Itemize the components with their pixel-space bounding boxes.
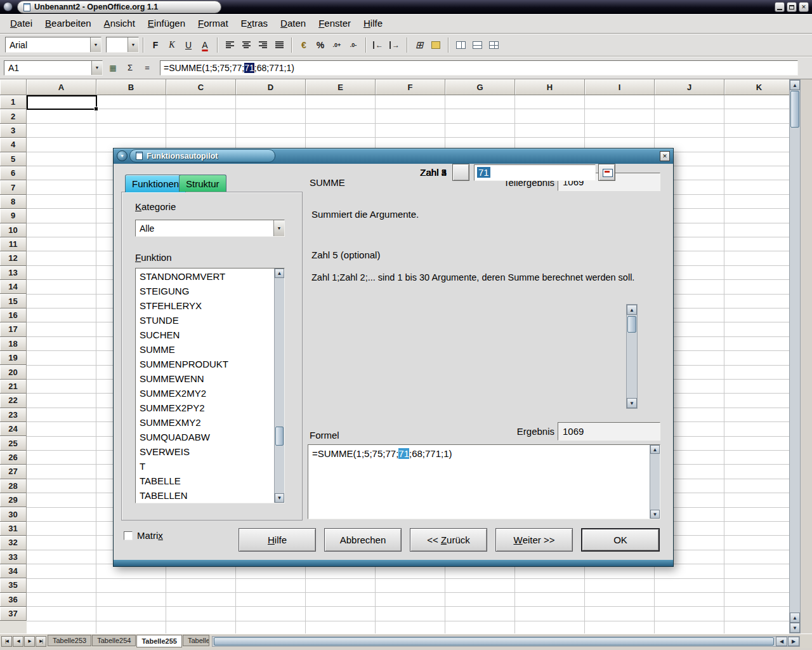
column-header[interactable]: I (585, 79, 655, 95)
row-header[interactable]: 19 (0, 351, 27, 365)
menu-bearbeiten[interactable]: Bearbeiten (39, 14, 98, 33)
row-header[interactable]: 30 (0, 507, 27, 521)
row-header[interactable]: 23 (0, 408, 27, 422)
row-header[interactable]: 33 (0, 550, 27, 564)
row-header[interactable]: 15 (0, 294, 27, 308)
menu-daten[interactable]: Daten (274, 14, 312, 33)
scroll-up-icon[interactable] (275, 269, 284, 278)
chevron-down-icon[interactable] (128, 37, 138, 52)
row-header[interactable]: 16 (0, 308, 27, 322)
row-header[interactable]: 32 (0, 536, 27, 550)
column-header[interactable]: J (655, 79, 724, 95)
chevron-down-icon[interactable] (90, 37, 101, 52)
list-scrollbar-thumb[interactable] (275, 427, 284, 446)
align-left-button[interactable] (222, 37, 237, 53)
function-list-item[interactable]: TABELLE (136, 474, 273, 488)
formel-scrollbar[interactable] (650, 445, 660, 519)
scroll-up-icon[interactable] (650, 445, 660, 454)
bold-button[interactable]: F (148, 37, 163, 53)
row-header[interactable]: 2 (0, 109, 27, 123)
tab-funktionen[interactable]: Funktionen (125, 175, 186, 192)
row-header[interactable]: 37 (0, 607, 27, 621)
row-header[interactable]: 14 (0, 280, 27, 294)
system-menu-icon[interactable] (3, 2, 13, 11)
funktion-listbox[interactable]: STANDNORMVERTSTEIGUNGSTFEHLERYXSTUNDESUC… (135, 268, 285, 503)
function-list-item[interactable]: SUCHEN (136, 328, 273, 342)
currency-button[interactable]: € (296, 37, 311, 53)
chevron-down-icon[interactable] (273, 220, 284, 236)
row-header[interactable]: 7 (0, 180, 27, 194)
next-sheet-button[interactable] (24, 636, 35, 647)
scroll-down-icon[interactable] (650, 510, 660, 519)
menu-ansicht[interactable]: Ansicht (98, 14, 141, 33)
first-sheet-button[interactable] (1, 636, 12, 647)
cell-name-box[interactable]: A1 (4, 60, 103, 76)
kategorie-combo[interactable]: Alle (135, 220, 285, 237)
align-right-button[interactable] (255, 37, 270, 53)
row-header[interactable]: 29 (0, 493, 27, 507)
italic-button[interactable]: K (164, 37, 180, 53)
equals-button[interactable]: = (140, 61, 154, 75)
scroll-down-icon[interactable] (275, 493, 284, 503)
row-header[interactable]: 28 (0, 479, 27, 493)
vertical-scrollbar[interactable] (789, 79, 801, 633)
borders-button[interactable] (412, 37, 427, 53)
function-list-item[interactable]: STFEHLERYX (136, 298, 273, 313)
grid-button[interactable] (486, 37, 501, 53)
column-header[interactable]: D (236, 79, 306, 95)
abbrechen-button[interactable]: Abbrechen (324, 528, 402, 552)
increase-indent-button[interactable] (387, 37, 402, 53)
minimize-button[interactable] (775, 2, 785, 12)
scroll-right-icon[interactable] (788, 637, 799, 646)
row-header[interactable]: 22 (0, 394, 27, 408)
formula-input[interactable]: =SUMME(1;5;75;77;71;68;771;1) (160, 60, 798, 76)
split-vertical-button[interactable] (453, 37, 468, 53)
row-header[interactable]: 36 (0, 593, 27, 607)
function-autopilot-button[interactable] (106, 61, 120, 75)
row-header[interactable]: 9 (0, 209, 27, 223)
horizontal-scrollbar-thumb[interactable] (214, 637, 774, 646)
row-header[interactable]: 4 (0, 138, 27, 152)
sheet-tab-tabelle256[interactable]: Tabelle (183, 635, 209, 646)
function-list-item[interactable]: SVERWEIS (136, 444, 273, 459)
sheet-tab-tabelle255[interactable]: Tabelle255 (136, 635, 181, 647)
function-list-item[interactable]: SUMMEX2MY2 (136, 386, 273, 401)
sheet-tab-tabelle253[interactable]: Tabelle253 (48, 635, 91, 646)
menu-format[interactable]: Format (192, 14, 235, 33)
dialog-menu-icon[interactable] (117, 150, 128, 161)
row-header[interactable]: 34 (0, 564, 27, 578)
zurueck-button[interactable]: << Zurück (410, 528, 487, 552)
tab-struktur[interactable]: Struktur (179, 175, 226, 192)
scroll-left-icon[interactable] (776, 637, 787, 646)
row-header[interactable]: 12 (0, 251, 27, 265)
maximize-button[interactable] (787, 2, 797, 12)
ok-button[interactable]: OK (581, 528, 660, 552)
chevron-down-icon[interactable] (91, 61, 102, 75)
function-list-item[interactable]: T (136, 459, 273, 474)
scroll-up-icon[interactable] (790, 80, 800, 90)
function-list-item[interactable]: STANDNORMVERT (136, 269, 273, 284)
arguments-scrollbar-thumb[interactable] (627, 316, 636, 333)
scroll-down-icon[interactable] (627, 398, 637, 408)
column-header[interactable]: A (27, 79, 96, 95)
scroll-down-icon[interactable] (790, 623, 800, 633)
column-header[interactable]: K (724, 79, 789, 95)
function-list-item[interactable]: SUMMEWENN (136, 371, 273, 386)
function-list-item[interactable]: STEIGUNG (136, 284, 273, 298)
horizontal-scrollbar[interactable] (212, 636, 800, 647)
previous-sheet-button[interactable] (13, 636, 23, 647)
function-list-item[interactable]: SUMQUADABW (136, 430, 273, 444)
row-header[interactable]: 24 (0, 422, 27, 436)
row-header[interactable]: 18 (0, 337, 27, 351)
delete-decimal-button[interactable]: .0- (346, 37, 361, 53)
column-header[interactable]: H (515, 79, 585, 95)
dialog-title-tab[interactable]: Funktionsautopilot (129, 149, 275, 162)
vertical-scrollbar-thumb[interactable] (790, 91, 799, 128)
function-list-item[interactable]: SUMMEX2PY2 (136, 401, 273, 415)
split-horizontal-button[interactable] (469, 37, 485, 53)
formel-textarea[interactable]: =SUMME(1;5;75;77;71;68;771;1) (308, 444, 660, 519)
zahl-5-input[interactable]: 71 (474, 164, 596, 181)
row-header[interactable]: 8 (0, 195, 27, 209)
row-header[interactable]: 31 (0, 522, 27, 536)
font-size-combo[interactable] (106, 37, 139, 53)
